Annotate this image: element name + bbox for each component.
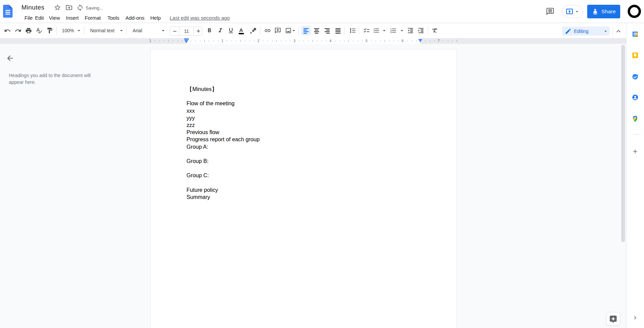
ruler-tick <box>155 40 155 41</box>
chevron-down-icon[interactable] <box>399 23 405 38</box>
first-line-indent-marker[interactable] <box>184 38 189 40</box>
chevron-right-icon[interactable] <box>632 314 639 321</box>
menu-view[interactable]: View <box>49 14 60 22</box>
ruler-tick <box>232 40 232 41</box>
share-button[interactable]: Share <box>587 5 620 18</box>
explore-button[interactable] <box>606 312 620 326</box>
underline-icon[interactable] <box>227 23 234 38</box>
add-comment-icon[interactable] <box>274 23 281 38</box>
menu-help[interactable]: Help <box>150 14 161 22</box>
ruler-tick <box>200 40 200 41</box>
menu-edit[interactable]: Edit <box>35 14 44 22</box>
chevron-down-icon[interactable] <box>291 23 297 38</box>
vertical-scrollbar[interactable] <box>621 45 625 242</box>
right-indent-marker[interactable] <box>418 39 422 42</box>
last-edit-link[interactable]: Last edit was seconds ago <box>170 14 230 22</box>
chevron-down-icon[interactable] <box>381 23 387 38</box>
collapse-toolbar-icon[interactable] <box>614 27 623 35</box>
align-center-icon[interactable] <box>313 23 320 38</box>
toolbar-separator <box>84 26 84 35</box>
document-title[interactable]: Minutes <box>21 4 45 11</box>
ruler-tick <box>326 40 326 41</box>
ruler-tick <box>353 40 353 41</box>
zoom-select[interactable]: 100% <box>62 23 76 38</box>
indent-decrease-icon[interactable] <box>407 23 414 38</box>
header: Minutes Saving... FileEditViewInsertForm… <box>0 0 644 23</box>
google-keep-icon[interactable] <box>631 52 639 59</box>
editing-mode-button[interactable]: Editing <box>562 26 610 36</box>
menu-format[interactable]: Format <box>85 14 101 22</box>
ruler-tick <box>340 40 340 41</box>
chevron-down-icon[interactable] <box>76 23 82 38</box>
present-button[interactable] <box>562 5 583 18</box>
toolbar-separator <box>298 26 299 35</box>
ruler-tick <box>268 40 268 41</box>
numbered-list-icon[interactable] <box>390 23 397 38</box>
align-justify-icon[interactable] <box>335 23 341 38</box>
document-line[interactable]: Progress report of each group <box>187 136 260 143</box>
document-line[interactable]: yyy <box>187 114 260 122</box>
paint-format-icon[interactable] <box>46 23 53 38</box>
document-line[interactable]: Flow of the meeting <box>187 100 260 107</box>
bulleted-list-icon[interactable] <box>373 23 380 38</box>
comments-icon[interactable] <box>546 7 555 16</box>
italic-icon[interactable] <box>217 23 224 38</box>
font-select[interactable]: Arial <box>133 23 146 38</box>
increase-font-size-button[interactable] <box>194 27 203 35</box>
google-calendar-icon[interactable]: 31 <box>632 31 639 38</box>
move-folder-icon[interactable] <box>65 4 73 11</box>
document-line[interactable]: Group A: <box>187 143 260 150</box>
checklist-icon[interactable] <box>363 23 370 38</box>
align-left-icon[interactable] <box>303 23 309 38</box>
document-line[interactable]: Group B: <box>187 158 260 165</box>
menu-addons[interactable]: Add-ons <box>125 14 145 22</box>
google-tasks-icon[interactable] <box>631 73 639 80</box>
menu-insert[interactable]: Insert <box>66 14 79 22</box>
document-line[interactable]: Future policy <box>187 186 260 194</box>
chevron-down-icon[interactable] <box>160 23 166 38</box>
ruler-tick <box>358 40 358 41</box>
document-line[interactable]: zzz <box>187 122 260 129</box>
document-line[interactable] <box>187 179 260 186</box>
indent-increase-icon[interactable] <box>418 23 424 38</box>
star-icon[interactable] <box>54 4 61 11</box>
align-right-icon[interactable] <box>324 23 331 38</box>
spellcheck-icon[interactable] <box>36 23 43 38</box>
document-page[interactable]: Minutes Flow of the meetingxxxyyyzzzPrev… <box>150 49 457 328</box>
styles-select[interactable]: Normal text <box>90 23 117 38</box>
redo-icon[interactable] <box>15 23 21 38</box>
menu-file[interactable]: File <box>24 14 33 22</box>
document-line[interactable]: xxx <box>187 107 260 114</box>
present-icon <box>565 7 574 16</box>
document-line[interactable] <box>187 165 260 172</box>
ruler-tick <box>389 40 389 41</box>
text-color-icon[interactable]: A <box>238 23 244 38</box>
add-addon-icon[interactable] <box>632 148 639 155</box>
back-arrow-icon[interactable] <box>6 54 14 62</box>
document-line[interactable]: Minutes <box>187 86 260 93</box>
print-icon[interactable] <box>25 23 32 38</box>
ruler-tick <box>380 40 380 41</box>
highlight-icon[interactable] <box>250 23 257 38</box>
undo-icon[interactable] <box>4 23 11 38</box>
bold-icon[interactable] <box>206 23 213 38</box>
document-line[interactable]: Summary <box>187 194 260 201</box>
google-maps-icon[interactable] <box>631 115 639 123</box>
font-size-value[interactable]: 11 <box>179 27 194 35</box>
line-spacing-icon[interactable] <box>349 23 356 38</box>
document-line[interactable]: Previous flow <box>187 129 260 136</box>
decrease-font-size-button[interactable] <box>170 27 179 35</box>
document-line[interactable] <box>187 150 260 158</box>
ruler-tick <box>250 40 250 41</box>
insert-link-icon[interactable] <box>264 23 271 38</box>
clear-formatting-icon[interactable] <box>431 23 438 38</box>
menu-tools[interactable]: Tools <box>107 14 119 22</box>
document-line[interactable]: Group C: <box>187 172 260 179</box>
document-text[interactable]: Minutes Flow of the meetingxxxyyyzzzPrev… <box>187 86 260 201</box>
left-indent-marker[interactable] <box>184 40 188 43</box>
chevron-down-icon[interactable] <box>118 23 124 38</box>
avatar[interactable] <box>628 5 641 18</box>
document-line[interactable] <box>187 93 260 100</box>
ruler[interactable]: 11234567 <box>0 38 626 44</box>
google-contacts-icon[interactable] <box>631 94 639 101</box>
